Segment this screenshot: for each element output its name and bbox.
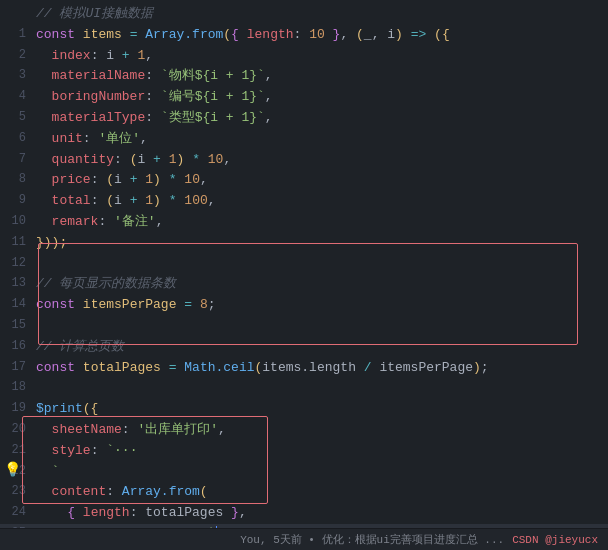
line-number: 5 <box>0 108 36 127</box>
line-15: 15 <box>0 316 608 337</box>
line-22: 22 ` <box>0 462 608 483</box>
line-number: 2 <box>0 46 36 65</box>
line-20: 20 sheetName: '出库单打印', <box>0 420 608 441</box>
line-19: 19 $print({ <box>0 399 608 420</box>
line-17: 17 const totalPages = Math.ceil(items.le… <box>0 358 608 379</box>
line-number: 4 <box>0 87 36 106</box>
line-number: 10 <box>0 212 36 231</box>
editor-container: // 模拟UI接触数据 1 const items = Array.from({… <box>0 0 608 550</box>
line-number: 19 <box>0 399 36 418</box>
line-12: 12 <box>0 254 608 275</box>
line-number: 13 <box>0 274 36 293</box>
line-text: // 每页显示的数据条数 <box>36 274 600 295</box>
line-13: 13 // 每页显示的数据条数 <box>0 274 608 295</box>
line-10: 10 remark: '备注', <box>0 212 608 233</box>
code-area: // 模拟UI接触数据 1 const items = Array.from({… <box>0 0 608 550</box>
line-text: sheetName: '出库单打印', <box>36 420 600 441</box>
line-text <box>36 254 600 275</box>
line-number: 3 <box>0 66 36 85</box>
line-number: 14 <box>0 295 36 314</box>
line-text: const totalPages = Math.ceil(items.lengt… <box>36 358 600 379</box>
line-text: // 计算总页数 <box>36 337 600 358</box>
line-number: 17 <box>0 358 36 377</box>
status-bar: You, 5天前 • 优化：根据ui完善项目进度汇总 ... CSDN @jie… <box>0 528 608 550</box>
line-text: const itemsPerPage = 8; <box>36 295 600 316</box>
line-text: index: i + 1, <box>36 46 600 67</box>
line-4: 4 boringNumber: `编号${i + 1}`, <box>0 87 608 108</box>
line-text <box>36 316 600 337</box>
line-text: $print({ <box>36 399 600 420</box>
line-number: 6 <box>0 129 36 148</box>
line-text: content: Array.from( <box>36 482 600 503</box>
line-text: const items = Array.from({ length: 10 },… <box>36 25 600 46</box>
line-24: 24 { length: totalPages }, <box>0 503 608 524</box>
line-number: 20 <box>0 420 36 439</box>
line-text: materialName: `物料${i + 1}`, <box>36 66 600 87</box>
line-7: 7 quantity: (i + 1) * 10, <box>0 150 608 171</box>
line-text: price: (i + 1) * 10, <box>36 170 600 191</box>
line-number: 24 <box>0 503 36 522</box>
line-16: 16 // 计算总页数 <box>0 337 608 358</box>
line-11: 11 })); <box>0 233 608 254</box>
line-text: unit: '单位', <box>36 129 600 150</box>
line-text: { length: totalPages }, <box>36 503 600 524</box>
line-number: 9 <box>0 191 36 210</box>
line-number: 1 <box>0 25 36 44</box>
csdn-badge: CSDN @jieyucx <box>512 534 598 546</box>
line-text: quantity: (i + 1) * 10, <box>36 150 600 171</box>
line-number: 15 <box>0 316 36 335</box>
line-text: materialType: `类型${i + 1}`, <box>36 108 600 129</box>
line-text: style: `··· <box>36 441 600 462</box>
line-number: 16 <box>0 337 36 356</box>
line-18: 18 <box>0 378 608 399</box>
line-text: boringNumber: `编号${i + 1}`, <box>36 87 600 108</box>
line-number: 12 <box>0 254 36 273</box>
line-21: 21 style: `··· <box>0 441 608 462</box>
line-number: 18 <box>0 378 36 397</box>
line-number: 21 <box>0 441 36 460</box>
line-6: 6 unit: '单位', <box>0 129 608 150</box>
line-comment-header: // 模拟UI接触数据 <box>0 4 608 25</box>
line-5: 5 materialType: `类型${i + 1}`, <box>0 108 608 129</box>
line-number: 23 <box>0 482 36 501</box>
line-number: 8 <box>0 170 36 189</box>
line-text <box>36 378 600 399</box>
line-23: 23 content: Array.from( <box>0 482 608 503</box>
line-3: 3 materialName: `物料${i + 1}`, <box>0 66 608 87</box>
line-8: 8 price: (i + 1) * 10, <box>0 170 608 191</box>
bulb-icon: 💡 <box>4 461 21 478</box>
line-text: total: (i + 1) * 100, <box>36 191 600 212</box>
line-text: remark: '备注', <box>36 212 600 233</box>
line-14: 14 const itemsPerPage = 8; <box>0 295 608 316</box>
line-text: // 模拟UI接触数据 <box>36 4 600 25</box>
status-hint-text: You, 5天前 • 优化：根据ui完善项目进度汇总 ... <box>240 532 504 547</box>
line-9: 9 total: (i + 1) * 100, <box>0 191 608 212</box>
line-number: 7 <box>0 150 36 169</box>
line-1: 1 const items = Array.from({ length: 10 … <box>0 25 608 46</box>
line-2: 2 index: i + 1, <box>0 46 608 67</box>
line-number: 11 <box>0 233 36 252</box>
line-text: })); <box>36 233 600 254</box>
line-text: ` <box>36 462 600 483</box>
